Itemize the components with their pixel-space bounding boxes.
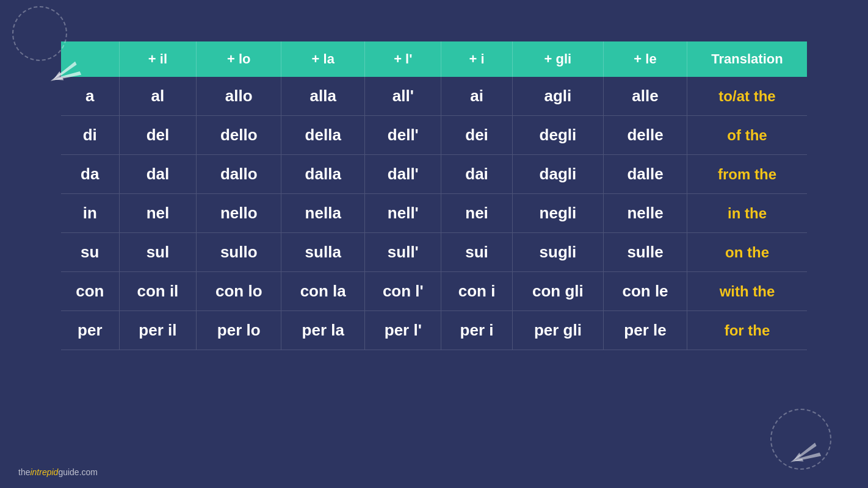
cell-form: sugli xyxy=(512,233,603,272)
cell-form: nella xyxy=(281,194,365,233)
cell-prep: da xyxy=(61,155,119,194)
cell-translation: on the xyxy=(687,233,808,272)
table-row: perper ilper loper laper l'per iper glip… xyxy=(61,311,807,350)
footer-prefix: the xyxy=(18,467,30,477)
page-wrapper: + il + lo + la + l' + i + gli + le Trans… xyxy=(0,0,868,488)
cell-form: del xyxy=(119,116,197,155)
svg-marker-3 xyxy=(789,443,821,467)
cell-form: degli xyxy=(512,116,603,155)
svg-marker-0 xyxy=(49,62,81,85)
cell-form: nello xyxy=(197,194,281,233)
deco-circle-top-left xyxy=(12,6,67,61)
cell-form: con gli xyxy=(512,272,603,311)
cell-form: sui xyxy=(441,233,512,272)
cell-prep: con xyxy=(61,272,119,311)
cell-form: alle xyxy=(604,77,687,116)
cell-form: sulla xyxy=(281,233,365,272)
cell-form: dai xyxy=(441,155,512,194)
col-header-gli: + gli xyxy=(512,41,603,77)
cell-translation: in the xyxy=(687,194,808,233)
cell-form: nell' xyxy=(365,194,441,233)
footer-brand: intrepid xyxy=(30,467,58,477)
cell-form: per il xyxy=(119,311,197,350)
cell-form: per la xyxy=(281,311,365,350)
cell-translation: with the xyxy=(687,272,808,311)
cell-form: con il xyxy=(119,272,197,311)
table-row: susulsullosullasull'suisuglisulleon the xyxy=(61,233,807,272)
table-header-row: + il + lo + la + l' + i + gli + le Trans… xyxy=(61,41,807,77)
cell-form: per gli xyxy=(512,311,603,350)
cell-form: con la xyxy=(281,272,365,311)
cell-form: per le xyxy=(604,311,687,350)
cell-form: nelle xyxy=(604,194,687,233)
cell-form: per lo xyxy=(197,311,281,350)
cell-prep: di xyxy=(61,116,119,155)
col-header-lapos: + l' xyxy=(365,41,441,77)
cell-translation: to/at the xyxy=(687,77,808,116)
cell-form: nei xyxy=(441,194,512,233)
airplane-top-left-icon xyxy=(49,61,85,85)
cell-form: sull' xyxy=(365,233,441,272)
cell-form: dalle xyxy=(604,155,687,194)
table-row: innelnellonellanell'neineglinellein the xyxy=(61,194,807,233)
cell-translation: for the xyxy=(687,311,808,350)
table-row: concon ilcon locon lacon l'con icon glic… xyxy=(61,272,807,311)
col-header-il: + il xyxy=(119,41,197,77)
table-row: dideldellodelladell'deideglidelleof the xyxy=(61,116,807,155)
cell-form: al xyxy=(119,77,197,116)
cell-form: all' xyxy=(365,77,441,116)
cell-form: dallo xyxy=(197,155,281,194)
airplane-bottom-right-icon xyxy=(789,442,825,467)
table-row: aalalloallaall'aiaglialleto/at the xyxy=(61,77,807,116)
cell-prep: in xyxy=(61,194,119,233)
cell-form: dal xyxy=(119,155,197,194)
footer-suffix: guide.com xyxy=(58,467,98,477)
cell-form: con i xyxy=(441,272,512,311)
cell-form: sulle xyxy=(604,233,687,272)
cell-translation: of the xyxy=(687,116,808,155)
cell-form: alla xyxy=(281,77,365,116)
prepositions-table: + il + lo + la + l' + i + gli + le Trans… xyxy=(61,41,807,350)
cell-translation: from the xyxy=(687,155,808,194)
cell-form: con lo xyxy=(197,272,281,311)
cell-form: dagli xyxy=(512,155,603,194)
prepositions-table-container: + il + lo + la + l' + i + gli + le Trans… xyxy=(61,41,807,350)
cell-form: agli xyxy=(512,77,603,116)
cell-prep: per xyxy=(61,311,119,350)
cell-form: con le xyxy=(604,272,687,311)
cell-form: sul xyxy=(119,233,197,272)
cell-form: ai xyxy=(441,77,512,116)
cell-form: nel xyxy=(119,194,197,233)
col-header-la: + la xyxy=(281,41,365,77)
cell-form: sullo xyxy=(197,233,281,272)
cell-form: dalla xyxy=(281,155,365,194)
cell-form: con l' xyxy=(365,272,441,311)
cell-form: dall' xyxy=(365,155,441,194)
cell-form: per l' xyxy=(365,311,441,350)
cell-form: della xyxy=(281,116,365,155)
cell-prep: su xyxy=(61,233,119,272)
table-row: dadaldallodalladall'daidaglidallefrom th… xyxy=(61,155,807,194)
cell-form: per i xyxy=(441,311,512,350)
col-header-translation: Translation xyxy=(687,41,808,77)
col-header-le: + le xyxy=(604,41,687,77)
cell-form: delle xyxy=(604,116,687,155)
cell-form: allo xyxy=(197,77,281,116)
col-header-i: + i xyxy=(441,41,512,77)
cell-form: dei xyxy=(441,116,512,155)
footer: theintrepidguide.com xyxy=(18,467,98,477)
cell-form: dell' xyxy=(365,116,441,155)
col-header-lo: + lo xyxy=(197,41,281,77)
cell-form: negli xyxy=(512,194,603,233)
cell-form: dello xyxy=(197,116,281,155)
